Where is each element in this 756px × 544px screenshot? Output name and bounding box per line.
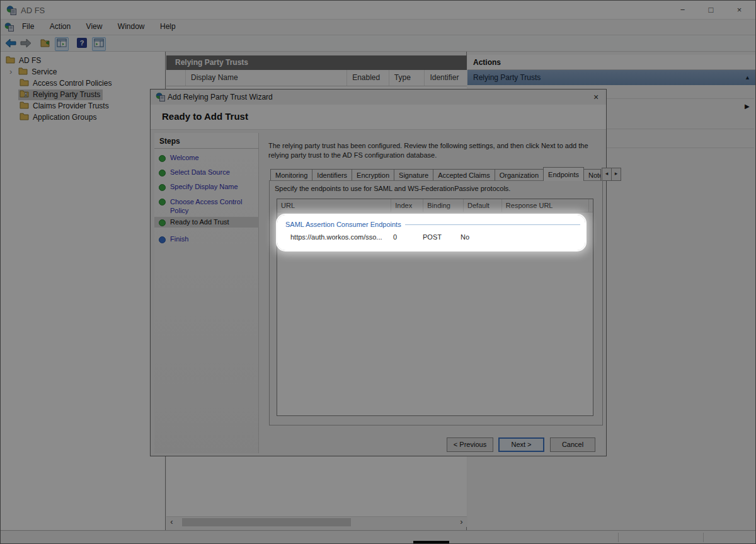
toolbar: ? xyxy=(1,35,756,52)
menu-view[interactable]: View xyxy=(80,20,109,33)
step-finish[interactable]: Finish xyxy=(154,234,259,245)
add-relying-party-trust-wizard-dialog: Add Relying Party Trust Wizard × Ready t… xyxy=(150,89,607,456)
cancel-button[interactable]: Cancel xyxy=(550,437,595,452)
wizard-heading: Ready to Add Trust xyxy=(162,111,248,122)
menu-help[interactable]: Help xyxy=(154,20,182,33)
actions-section-header[interactable]: Relying Party Trusts ▲ xyxy=(467,70,756,85)
folder-icon xyxy=(20,113,29,122)
tab-organization[interactable]: Organization xyxy=(495,169,544,181)
tree-item-service[interactable]: › Service xyxy=(9,66,57,78)
endpoints-table-header: URL Index Binding Default Response URL xyxy=(277,199,593,212)
menu-action[interactable]: Action xyxy=(43,20,77,33)
header-binding[interactable]: Binding xyxy=(423,199,464,212)
tree-item-adfs[interactable]: AD FS xyxy=(6,55,41,66)
tree-selection: Relying Party Trusts xyxy=(18,90,103,100)
tree-item-application-groups[interactable]: Application Groups xyxy=(20,112,96,123)
scrollbar-thumb[interactable] xyxy=(182,518,351,526)
endpoints-hint: Specify the endpoints to use for SAML an… xyxy=(275,185,510,192)
tab-accepted-claims[interactable]: Accepted Claims xyxy=(433,169,495,181)
tree-item-label: Relying Party Trusts xyxy=(33,90,100,99)
dialog-titlebar[interactable]: Add Relying Party Trust Wizard × xyxy=(151,90,606,105)
statusbar xyxy=(1,530,756,544)
column-header-type[interactable]: Type xyxy=(389,70,425,86)
tab-identifiers[interactable]: Identifiers xyxy=(312,169,352,181)
window-title: AD FS xyxy=(21,6,45,15)
relying-party-folder-icon xyxy=(20,90,29,100)
dialog-title: Add Relying Party Trust Wizard xyxy=(168,93,273,101)
steps-divider xyxy=(154,148,259,149)
step-label: Ready to Add Trust xyxy=(170,218,229,226)
endpoint-row[interactable]: https://auth.workos.com/sso... 0 POST No xyxy=(277,231,593,243)
tree-item-claims-provider-trusts[interactable]: Claims Provider Trusts xyxy=(20,100,109,112)
back-icon[interactable] xyxy=(5,38,16,50)
console-tree-panel: AD FS › Service Access Control Policies … xyxy=(1,52,166,530)
step-upcoming-bullet-icon xyxy=(159,236,166,243)
header-index[interactable]: Index xyxy=(391,199,423,212)
collapse-icon[interactable]: ▲ xyxy=(745,70,750,85)
tree-item-label: Access Control Policies xyxy=(33,79,112,88)
actions-title: Actions xyxy=(467,55,756,70)
folder-icon xyxy=(6,56,15,66)
step-specify-display-name[interactable]: Specify Display Name xyxy=(154,182,259,192)
export-list-icon[interactable] xyxy=(40,38,51,50)
console-tree-toggle-icon[interactable] xyxy=(55,37,69,51)
endpoint-url: https://auth.workos.com/sso... xyxy=(277,233,389,241)
action-pane-toggle-icon[interactable] xyxy=(92,37,106,51)
steps-title: Steps xyxy=(159,137,180,146)
menu-file[interactable]: File xyxy=(16,20,40,33)
help-icon[interactable]: ? xyxy=(77,38,87,48)
close-button[interactable]: × xyxy=(725,1,753,19)
previous-button[interactable]: < Previous xyxy=(447,437,493,452)
next-button[interactable]: Next > xyxy=(498,437,544,452)
tab-endpoints[interactable]: Endpoints xyxy=(543,167,584,181)
tree-item-access-control-policies[interactable]: Access Control Policies xyxy=(20,78,112,89)
endpoint-binding: POST xyxy=(418,233,454,241)
tab-encryption[interactable]: Encryption xyxy=(352,169,394,181)
adfs-mmc-screen: AD FS − □ × File Action View Window Help… xyxy=(0,0,756,544)
maximize-button[interactable]: □ xyxy=(697,1,725,19)
adfs-app-icon xyxy=(6,5,16,18)
dialog-banner: Ready to Add Trust xyxy=(151,105,606,130)
tree-item-label: AD FS xyxy=(19,56,41,65)
main-titlebar[interactable]: AD FS − □ × xyxy=(1,1,756,20)
tree-item-relying-party-trusts[interactable]: Relying Party Trusts xyxy=(18,89,103,100)
tab-scroll-right-icon[interactable]: ▸ xyxy=(611,168,621,181)
tree-item-label: Service xyxy=(32,67,57,76)
header-response-url[interactable]: Response URL xyxy=(502,199,589,212)
endpoint-group-line xyxy=(405,224,580,225)
column-header-display-name[interactable]: Display Name xyxy=(186,70,347,86)
scroll-left-icon[interactable]: ‹ xyxy=(166,517,177,527)
taskbar-stub xyxy=(413,541,449,544)
step-welcome[interactable]: Welcome xyxy=(154,153,259,163)
step-label: Specify Display Name xyxy=(170,183,238,190)
scroll-right-icon[interactable]: › xyxy=(456,517,467,527)
tab-monitoring[interactable]: Monitoring xyxy=(270,169,312,181)
forward-icon[interactable] xyxy=(20,38,32,50)
chevron-right-icon[interactable]: › xyxy=(9,69,12,75)
column-header-blank[interactable] xyxy=(166,70,186,86)
tree-item-label: Claims Provider Trusts xyxy=(33,101,109,110)
dialog-close-icon[interactable]: × xyxy=(590,91,602,103)
tab-signature[interactable]: Signature xyxy=(394,169,433,181)
step-choose-access-control-policy[interactable]: Choose Access Control Policy xyxy=(154,196,259,216)
tab-scroll-left-icon[interactable]: ◂ xyxy=(602,168,612,181)
menu-window[interactable]: Window xyxy=(112,20,151,33)
tab-notes[interactable]: Note xyxy=(583,169,601,181)
step-label: Finish xyxy=(170,235,188,243)
column-header-identifier[interactable]: Identifier xyxy=(425,70,467,86)
submenu-arrow-icon[interactable]: ▶ xyxy=(745,103,750,110)
step-done-bullet-icon xyxy=(159,170,166,177)
endpoint-group-label: SAML Assertion Consumer Endpoints xyxy=(285,221,401,228)
header-default[interactable]: Default xyxy=(464,199,502,212)
step-done-bullet-icon xyxy=(159,199,166,205)
endpoints-table: URL Index Binding Default Response URL S… xyxy=(277,199,593,416)
step-label: Welcome xyxy=(170,154,199,161)
horizontal-scrollbar[interactable]: ‹ › xyxy=(166,516,467,527)
step-ready-to-add-trust[interactable]: Ready to Add Trust xyxy=(154,217,259,228)
step-select-data-source[interactable]: Select Data Source xyxy=(154,167,259,178)
minimize-button[interactable]: − xyxy=(668,1,697,19)
step-done-bullet-icon xyxy=(159,155,166,162)
header-url[interactable]: URL xyxy=(277,199,391,212)
column-header-enabled[interactable]: Enabled xyxy=(347,70,389,86)
endpoint-group-row: SAML Assertion Consumer Endpoints xyxy=(277,219,593,229)
